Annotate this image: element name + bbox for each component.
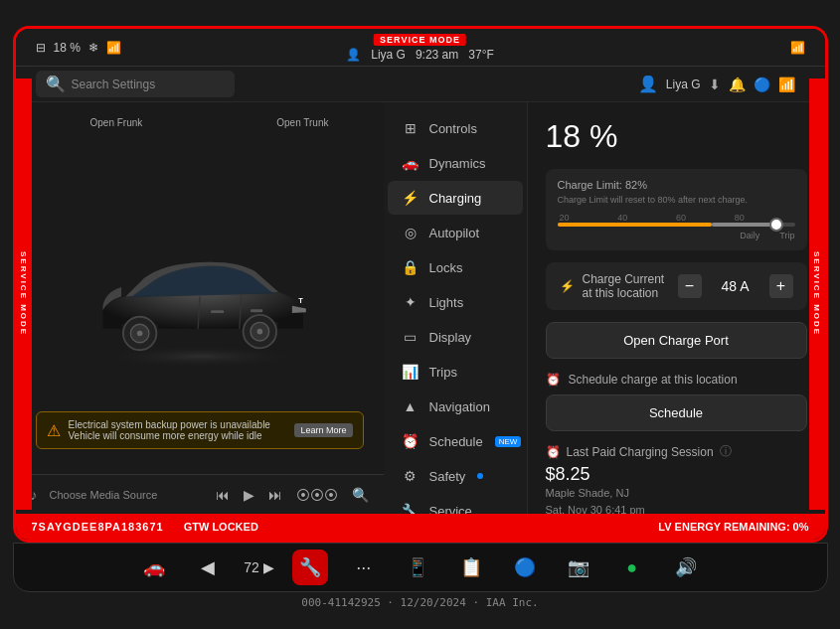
schedule-icon: ⏰ [402, 433, 420, 449]
trips-icon: 📊 [402, 364, 420, 380]
charging-icon: ⚡ [402, 190, 420, 206]
dock-bluetooth-icon[interactable]: 🔵 [507, 550, 543, 585]
temp-value: 72 [244, 559, 259, 575]
nav-item-dynamics[interactable]: 🚗 Dynamics [388, 146, 523, 180]
main-content: Open Frunk Open Trunk [16, 102, 825, 514]
alert-banner: ⚠ Electrical system backup power is unav… [36, 411, 364, 449]
schedule-button[interactable]: Schedule [546, 394, 807, 431]
decrease-current-button[interactable]: − [678, 274, 702, 298]
new-badge: NEW [495, 436, 522, 447]
nav-item-controls[interactable]: ⊞ Controls [388, 111, 523, 145]
nav-item-trips[interactable]: 📊 Trips [388, 355, 523, 389]
top-bar-left: ⊟ 18 % ❄ 📶 [36, 41, 121, 55]
charge-slider-track[interactable] [558, 223, 795, 227]
top-bar-right: 📶 [790, 41, 805, 55]
nav-item-schedule[interactable]: ⏰ Schedule NEW [388, 424, 523, 458]
schedule-header-text: Schedule charge at this location [569, 373, 738, 387]
vin-number: 7SAYGDEE8PA183671 [32, 521, 164, 533]
nav-label-autopilot: Autopilot [429, 226, 480, 240]
snowflake-icon: ❄ [88, 41, 98, 55]
next-track-button[interactable]: ⏭ [268, 487, 282, 503]
dock-spotify-icon[interactable]: ● [614, 550, 650, 585]
safety-dot-badge [477, 473, 483, 479]
dock-volume-icon[interactable]: 🔊 [668, 550, 704, 585]
search-placeholder: Search Settings [72, 78, 156, 91]
wifi-icon: 📶 [790, 41, 805, 55]
charge-current-section: ⚡ Charge Current at this location − 48 A… [546, 262, 807, 310]
lights-icon: ✦ [402, 294, 420, 310]
prev-track-button[interactable]: ⏮ [216, 487, 230, 503]
signal-icon: 📶 [106, 41, 121, 55]
dock-phone-icon[interactable]: 📱 [400, 550, 435, 585]
schedule-section: ⏰ Schedule charge at this location Sched… [546, 373, 807, 431]
plug-icon: ⚡ [560, 279, 575, 293]
last-paid-session: ⏰ Last Paid Charging Session ⓘ $8.25 Map… [546, 443, 807, 514]
media-source-label[interactable]: Choose Media Source [50, 489, 158, 501]
svg-rect-9 [211, 310, 224, 313]
session-location: Maple Shade, NJ [546, 485, 807, 502]
top-status-bar: ⊟ 18 % ❄ 📶 SERVICE MODE 👤 Liya G 9:23 am… [16, 29, 825, 67]
controls-icon: ⊞ [402, 120, 420, 136]
nav-item-autopilot[interactable]: ◎ Autopilot [388, 216, 523, 249]
svg-point-0 [97, 346, 300, 368]
playlist-button[interactable]: ⦿⦿⦿ [296, 487, 338, 503]
dock-car-icon[interactable]: 🚗 [136, 550, 172, 585]
slider-fill-yellow [558, 223, 712, 227]
play-button[interactable]: ▶ [244, 487, 254, 503]
learn-more-button[interactable]: Learn More [294, 423, 352, 437]
navigation-icon: ▲ [402, 398, 420, 414]
increase-current-button[interactable]: + [769, 274, 793, 298]
download-icon: ⬇ [709, 77, 721, 92]
header-time: 9:23 am [416, 48, 458, 62]
search-media-button[interactable]: 🔍 [352, 487, 369, 503]
nav-label-navigation: Navigation [429, 399, 490, 414]
open-charge-port-button[interactable]: Open Charge Port [546, 322, 807, 359]
lv-energy-status: LV ENERGY REMAINING: 0% [658, 521, 808, 533]
nav-item-charging[interactable]: ⚡ Charging [388, 181, 523, 215]
dock-camera-icon[interactable]: 📷 [561, 550, 596, 585]
trip-label: Trip [779, 231, 794, 240]
nav-label-schedule: Schedule [429, 434, 483, 449]
open-frunk-label[interactable]: Open Frunk [90, 116, 143, 129]
top-bar-center: SERVICE MODE 👤 Liya G 9:23 am 37°F [346, 34, 494, 62]
nav-item-safety[interactable]: ⚙ Safety [388, 459, 523, 493]
dock-wrench-icon[interactable]: 🔧 [292, 550, 328, 585]
service-mode-badge: SERVICE MODE [374, 34, 466, 46]
charge-current-value: 48 A [716, 278, 756, 294]
nav-label-dynamics: Dynamics [429, 156, 486, 171]
user-icon: 👤 [346, 48, 361, 62]
safety-icon: ⚙ [402, 468, 420, 484]
bluetooth-icon: 🔵 [754, 77, 770, 92]
nav-label-safety: Safety [429, 469, 466, 484]
slider-thumb[interactable] [769, 218, 783, 232]
nav-item-navigation[interactable]: ▲ Navigation [388, 390, 523, 423]
nav-item-locks[interactable]: 🔒 Locks [388, 250, 523, 284]
service-mode-text-left: SERVICE MODE [19, 251, 28, 336]
header-user: Liya G [371, 48, 406, 62]
slider-sub-labels: Daily Trip [558, 231, 795, 240]
nav-label-controls: Controls [429, 121, 477, 136]
dock-back-button[interactable]: ◀ [190, 550, 226, 585]
session-date: Sat, Nov 30 6:41 pm [546, 502, 807, 515]
nav-item-service[interactable]: 🔧 Service [388, 494, 523, 514]
last-session-icon: ⏰ [546, 445, 561, 459]
nav-item-lights[interactable]: ✦ Lights [388, 285, 523, 319]
autopilot-icon: ◎ [402, 225, 420, 240]
alert-icon: ⚠ [47, 421, 61, 440]
music-icon: ♪ [31, 487, 38, 503]
dock-clipboard-icon[interactable]: 📋 [453, 550, 489, 585]
svg-point-5 [136, 331, 142, 337]
daily-label: Daily [740, 231, 759, 240]
tesla-screen: SERVICE MODE SERVICE MODE ⊟ 18 % ❄ 📶 SER… [13, 26, 828, 543]
open-trunk-label[interactable]: Open Trunk [276, 116, 328, 129]
search-input-wrap[interactable]: 🔍 Search Settings [36, 71, 235, 97]
nav-label-trips: Trips [429, 365, 457, 380]
service-mode-text-right: SERVICE MODE [812, 251, 821, 336]
schedule-header: ⏰ Schedule charge at this location [546, 373, 807, 387]
dock-more-icon[interactable]: ··· [346, 550, 382, 585]
alert-text: Electrical system backup power is unavai… [69, 419, 287, 441]
bottom-status-bar: 7SAYGDEE8PA183671 GTW LOCKED LV ENERGY R… [16, 514, 825, 540]
nav-item-display[interactable]: ▭ Display [388, 320, 523, 354]
header-user-name: Liya G [666, 78, 701, 91]
last-session-header: ⏰ Last Paid Charging Session ⓘ [546, 443, 807, 460]
